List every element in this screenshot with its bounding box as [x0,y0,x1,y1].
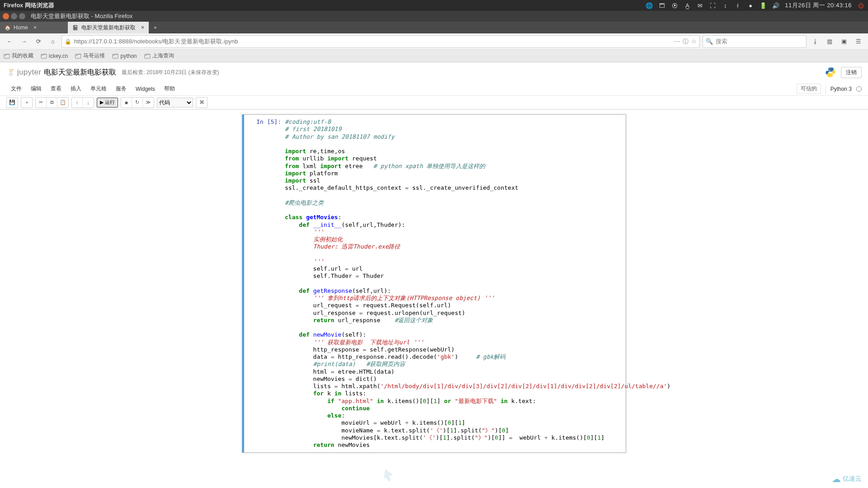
hamburger-menu-button[interactable]: ☰ [853,36,864,47]
move-down-button[interactable]: ↓ [83,98,94,108]
command-palette-button[interactable]: ⌘ [196,98,207,108]
tab-notebook[interactable]: 📓 电影天堂最新电影获取 × [68,22,149,33]
tray-text-icon[interactable]: A̲ [684,2,691,9]
reader-icon[interactable]: ⓘ [683,38,689,46]
os-top-bar: Firefox 网络浏览器 🌐 🗔 ⦿ A̲ ✉ ⛶ ↕ ᚼ ● 🔋 🔊 11月… [0,0,868,11]
tray-globe-icon[interactable]: 🌐 [646,2,653,9]
back-button[interactable]: ← [4,36,15,47]
svg-point-7 [13,69,14,70]
os-app-name: Firefox 网络浏览器 [4,1,54,9]
input-prompt: In [5]: [244,117,285,450]
nav-bar: ← → ⟳ ⌂ 🔒 https://127.0.0.1:8888/noteboo… [0,33,868,50]
svg-rect-0 [4,54,9,58]
tray-crop-icon[interactable]: ⛶ [709,2,716,9]
code-cell[interactable]: In [5]: #coding:utf-8 # first 20181019 #… [242,115,626,452]
bookmark-item[interactable]: 我的收藏 [4,52,33,60]
kernel-name[interactable]: Python 3 [830,86,852,92]
move-up-button[interactable]: ↑ [72,98,83,108]
interrupt-button[interactable]: ■ [121,98,132,108]
sidebar-button[interactable]: ▣ [838,36,850,47]
tab-close-icon[interactable]: × [141,24,144,31]
trusted-indicator[interactable]: 可信的 [797,84,821,94]
tab-title: Home [14,24,28,31]
menu-file[interactable]: 文件 [6,83,26,94]
copy-button[interactable]: ⧉ [47,98,57,108]
checkpoint-status: 最后检查: 2018年10月23日 (未保存改变) [122,69,219,76]
bookmark-item[interactable]: 上海查询 [144,52,174,60]
svg-point-5 [9,69,12,72]
window-maximize-button[interactable] [19,13,25,19]
bookmarks-bar: 我的收藏 ickey.cn 马哥运维 python 上海查询 [0,50,868,62]
tab-strip: 🏠 Home × 📓 电影天堂最新电影获取 × ＋ [0,22,868,33]
code-input-area[interactable]: #coding:utf-8 # first 20181019 # Author … [285,117,674,450]
os-clock[interactable]: 11月26日 周一 20:43:16 [785,1,852,9]
search-bar[interactable]: 🔍 搜索 [703,35,807,48]
tray-sync-icon[interactable]: ↕ [722,2,729,9]
menu-edit[interactable]: 编辑 [26,83,46,94]
notebook-container: In [5]: #coding:utf-8 # first 20181019 #… [242,114,626,453]
bookmark-item[interactable]: ickey.cn [41,53,68,59]
download-button[interactable]: ⭳ [809,36,821,47]
window-titlebar: 电影天堂最新电影获取 - Mozilla Firefox [0,11,868,22]
notebook-name[interactable]: 电影天堂最新电影获取 [44,68,116,77]
page-content: jupyter 电影天堂最新电影获取 最后检查: 2018年10月23日 (未保… [0,62,868,488]
run-button[interactable]: ▶运行 [97,98,118,108]
watermark: ☁ 亿速云 [832,474,862,484]
restart-button[interactable]: ↻ [132,98,143,108]
jupyter-logo-icon [6,68,15,77]
svg-rect-4 [145,54,150,58]
svg-rect-1 [41,54,47,58]
paste-button[interactable]: 📋 [57,98,68,108]
kernel-status-icon [856,86,862,92]
cut-button[interactable]: ✂ [36,98,47,108]
home-button[interactable]: ⌂ [47,36,59,47]
restart-run-all-button[interactable]: ≫ [143,98,154,108]
menu-cell[interactable]: 单元格 [86,83,111,94]
url-text[interactable]: https://127.0.0.1:8888/notebooks/电影天堂最新电… [74,38,671,46]
lock-icon[interactable]: 🔒 [65,38,71,45]
jupyter-logo-text: jupyter [17,68,41,77]
tray-browser-icon[interactable]: ⦿ [671,2,678,9]
tray-cloud-icon[interactable]: ● [747,2,754,9]
cell-type-select[interactable]: 代码 [157,98,193,108]
tab-home[interactable]: 🏠 Home × [0,22,68,33]
home-favicon-icon: 🏠 [5,24,11,31]
menu-kernel[interactable]: 服务 [111,83,131,94]
svg-point-8 [829,68,830,69]
svg-point-6 [9,73,12,75]
reload-button[interactable]: ⟳ [33,36,44,47]
tray-apps-icon[interactable]: 🗔 [658,2,665,9]
tray-wechat-icon[interactable]: ✉ [696,2,703,9]
power-icon[interactable]: ⏻ [857,2,864,9]
jupyter-logo[interactable]: jupyter [6,68,41,77]
insert-cell-button[interactable]: ＋ [21,98,32,108]
cloud-icon: ☁ [832,474,841,484]
save-button[interactable]: 💾 [7,98,18,108]
address-bar[interactable]: 🔒 https://127.0.0.1:8888/notebooks/电影天堂最… [61,35,700,48]
tab-close-icon[interactable]: × [33,24,37,31]
window-minimize-button[interactable] [11,13,17,19]
svg-point-9 [831,75,832,76]
tray-volume-icon[interactable]: 🔊 [772,2,779,9]
menu-widgets[interactable]: Widgets [131,84,160,94]
bookmark-item[interactable]: python [112,53,137,59]
bookmark-item[interactable]: 马哥运维 [75,52,105,60]
window-close-button[interactable] [3,13,9,19]
tray-bluetooth-icon[interactable]: ᚼ [734,2,741,9]
menu-view[interactable]: 查看 [46,83,66,94]
menu-insert[interactable]: 插入 [66,83,86,94]
python-logo-icon [825,66,836,78]
search-icon: 🔍 [706,38,713,45]
tab-title: 电影天堂最新电影获取 [81,24,136,32]
logout-button[interactable]: 注销 [841,67,862,78]
search-placeholder: 搜索 [716,38,727,46]
forward-button[interactable]: → [18,36,30,47]
bookmark-star-icon[interactable]: ☆ [691,38,697,45]
window-title: 电影天堂最新电影获取 - Mozilla Firefox [31,12,132,20]
menu-help[interactable]: 帮助 [160,83,179,94]
tray-battery-icon[interactable]: 🔋 [760,2,767,9]
more-actions-icon[interactable]: ⋯ [674,38,680,45]
svg-rect-3 [113,54,118,58]
new-tab-button[interactable]: ＋ [149,22,162,33]
library-button[interactable]: ▥ [824,36,835,47]
